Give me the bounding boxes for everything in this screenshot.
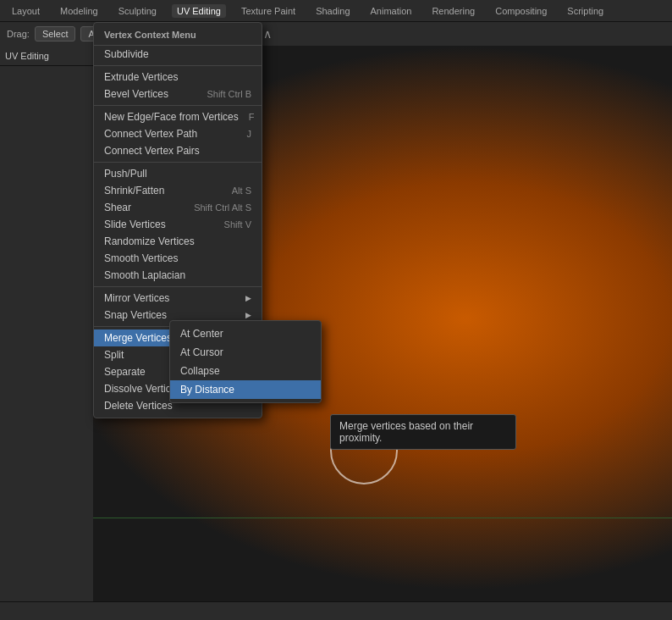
tab-compositing[interactable]: Compositing (490, 4, 552, 18)
tooltip: Merge vertices based on their proximity. (330, 414, 516, 450)
menu-item-label: Randomize Vertices (104, 235, 195, 247)
tab-uv-editing[interactable]: UV Editing (172, 4, 226, 18)
mode-label: UV Editing (5, 51, 49, 61)
menu-item-label: Bevel Vertices (104, 88, 168, 100)
shortcut-connect-path: J (247, 129, 252, 139)
menu-item-extrude-vertices[interactable]: Extrude Vertices (94, 69, 262, 86)
merge-vertices-submenu: At Center At Cursor Collapse By Distance (169, 320, 322, 403)
viewport: Drag: Select Add Mesh Global ▾ ⊕ 🧲 ◎ ∧ U… (0, 22, 672, 620)
separator-4 (94, 286, 262, 287)
menu-item-label: Separate (104, 366, 146, 378)
proportional-falloff-icon[interactable]: ∧ (263, 27, 272, 41)
submenu-item-at-cursor[interactable]: At Cursor (170, 343, 321, 362)
separator-3 (94, 162, 262, 163)
menu-item-smooth-vertices[interactable]: Smooth Vertices (94, 250, 262, 267)
submenu-item-label: Collapse (180, 365, 220, 377)
tooltip-text: Merge vertices based on their proximity. (339, 420, 473, 444)
menu-item-label: Merge Vertices (104, 332, 172, 344)
viewport-bottom-bar (0, 601, 672, 620)
tab-scripting[interactable]: Scripting (562, 4, 609, 18)
tab-sculpting[interactable]: Sculpting (113, 4, 162, 18)
menu-item-label: Delete Vertices (104, 400, 173, 412)
submenu-item-at-center[interactable]: At Center (170, 324, 321, 343)
menu-item-shear[interactable]: Shear Shift Ctrl Alt S (94, 199, 262, 216)
left-top-bar: UV Editing (0, 46, 93, 66)
menu-item-label: Subdivide (104, 48, 149, 60)
separator-2 (94, 105, 262, 106)
select-button[interactable]: Select (35, 26, 76, 42)
separator-1 (94, 65, 262, 66)
menu-item-shrink-fatten[interactable]: Shrink/Fatten Alt S (94, 182, 262, 199)
menu-item-label: Push/Pull (104, 168, 147, 180)
shortcut-shrink: Alt S (232, 185, 251, 196)
tab-rendering[interactable]: Rendering (427, 4, 480, 18)
top-tabs-bar: Layout Modeling Sculpting UV Editing Tex… (0, 0, 672, 22)
menu-item-new-edge-face[interactable]: New Edge/Face from Vertices F (94, 108, 262, 125)
menu-item-mirror-vertices[interactable]: Mirror Vertices (94, 290, 262, 307)
drag-label: Drag: (7, 29, 30, 39)
tab-shading[interactable]: Shading (311, 4, 355, 18)
shortcut-shear: Shift Ctrl Alt S (194, 202, 251, 213)
menu-item-subdivide[interactable]: Subdivide (94, 46, 262, 63)
tab-animation[interactable]: Animation (366, 4, 417, 18)
menu-item-label: Shrink/Fatten (104, 185, 164, 197)
tab-layout[interactable]: Layout (7, 4, 45, 18)
shortcut-bevel: Shift Ctrl B (207, 89, 251, 99)
submenu-item-label: By Distance (180, 384, 234, 396)
menu-item-label: Snap Vertices (104, 309, 167, 321)
menu-item-label: Mirror Vertices (104, 292, 169, 304)
menu-item-bevel-vertices[interactable]: Bevel Vertices Shift Ctrl B (94, 86, 262, 102)
menu-item-label: Extrude Vertices (104, 71, 178, 83)
menu-item-randomize-vertices[interactable]: Randomize Vertices (94, 233, 262, 250)
menu-item-label: Smooth Vertices (104, 252, 178, 264)
menu-item-push-pull[interactable]: Push/Pull (94, 165, 262, 182)
menu-item-slide-vertices[interactable]: Slide Vertices Shift V (94, 216, 262, 233)
submenu-item-collapse[interactable]: Collapse (170, 362, 321, 380)
submenu-item-by-distance[interactable]: By Distance (170, 380, 321, 399)
menu-item-smooth-laplacian[interactable]: Smooth Laplacian (94, 267, 262, 284)
menu-item-label: Split (104, 349, 124, 361)
context-menu-title: Vertex Context Menu (94, 26, 262, 46)
menu-item-connect-vertex-pairs[interactable]: Connect Vertex Pairs (94, 142, 262, 159)
menu-item-label: Smooth Laplacian (104, 269, 185, 281)
menu-item-label: Connect Vertex Path (104, 128, 197, 140)
shortcut-new-edge: F (249, 112, 255, 122)
menu-item-connect-vertex-path[interactable]: Connect Vertex Path J (94, 125, 262, 142)
shortcut-slide: Shift V (224, 219, 251, 230)
left-panel: UV Editing (0, 46, 93, 620)
ground-line (0, 518, 672, 518)
submenu-item-label: At Center (180, 328, 223, 340)
menu-item-label: Connect Vertex Pairs (104, 145, 200, 157)
submenu-item-label: At Cursor (180, 346, 223, 358)
menu-item-label: New Edge/Face from Vertices (104, 111, 239, 123)
menu-item-label: Slide Vertices (104, 219, 166, 230)
tab-texture-paint[interactable]: Texture Paint (236, 4, 300, 18)
menu-item-label: Shear (104, 202, 131, 213)
tab-modeling[interactable]: Modeling (55, 4, 103, 18)
